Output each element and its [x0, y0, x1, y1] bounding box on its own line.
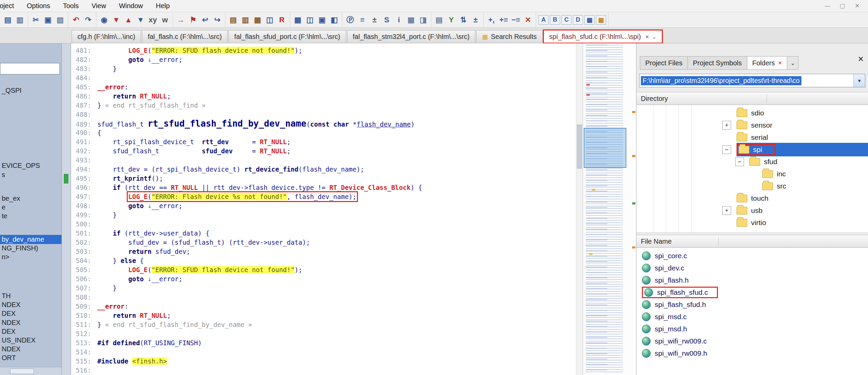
- close-icon[interactable]: ✕: [850, 1, 865, 11]
- style-c-icon[interactable]: C: [561, 15, 572, 25]
- tree-row-virtio[interactable]: virtio: [636, 217, 868, 229]
- file-tab-cfg.h[interactable]: cfg.h (F:\hlm\...\inc): [72, 30, 141, 43]
- file-row-spi_core.c[interactable]: spi_core.c: [636, 250, 868, 262]
- minimap-viewport[interactable]: [584, 128, 626, 168]
- symbol-item[interactable]: be_ex: [0, 194, 62, 203]
- tree-row-sdio[interactable]: sdio: [636, 107, 868, 119]
- play-icon[interactable]: Ⓟ: [344, 14, 356, 26]
- copy-icon[interactable]: ▣: [42, 14, 54, 26]
- tree-row-usb[interactable]: +usb: [636, 204, 868, 217]
- call-tree-icon[interactable]: Y: [445, 14, 457, 26]
- properties-icon[interactable]: ◨: [417, 14, 429, 26]
- symbol-item[interactable]: s: [0, 170, 62, 179]
- file-tab-spi_flash_sfud.c[interactable]: spi_flash_sfud.c (F:\hlm\...\spi)×⌄: [544, 30, 662, 43]
- paste-icon[interactable]: ▨: [54, 14, 66, 26]
- whole-word-icon[interactable]: w: [159, 14, 171, 26]
- menu-window[interactable]: Window: [113, 2, 149, 10]
- symbol-item[interactable]: _QSPI: [0, 86, 62, 95]
- file-tab-fal_flash_stm32l4_port.c[interactable]: fal_flash_stm32l4_port.c (F:\hlm\...\src…: [347, 30, 476, 43]
- export-icon[interactable]: ▦: [596, 15, 606, 25]
- panel-tabs-chevron-icon[interactable]: ⌄: [787, 56, 798, 70]
- menu-view[interactable]: View: [85, 2, 113, 10]
- clipboard-icon[interactable]: ▤: [433, 14, 445, 26]
- file-row-spi_flash.h[interactable]: spi_flash.h: [636, 274, 868, 286]
- source-icon[interactable]: S: [381, 14, 393, 26]
- file-tab-fal_flash.c[interactable]: fal_flash.c (F:\hlm\...\src): [142, 30, 227, 43]
- editor-vscrollbar[interactable]: [576, 43, 583, 375]
- code-editor[interactable]: 481: LOG_E("ERROR: SFUD flash device not…: [71, 43, 576, 375]
- add-row-icon[interactable]: +≡: [498, 14, 510, 26]
- path-combobox[interactable]: F:\hlm\iar_pro\stm32l496\project_pdltest…: [639, 74, 865, 87]
- bookmark-icon[interactable]: ⚑: [187, 14, 199, 26]
- redo-icon[interactable]: ↷: [82, 14, 94, 26]
- tree-row-sfud[interactable]: −sfud: [636, 156, 868, 168]
- expand-icon[interactable]: +: [722, 121, 731, 130]
- symbol-item[interactable]: te: [0, 212, 62, 221]
- scrollbar-thumb[interactable]: [577, 125, 582, 169]
- remove-row-icon[interactable]: −≡: [510, 14, 522, 26]
- symbol-item[interactable]: n>: [0, 252, 62, 262]
- panel-tab-project-files[interactable]: Project Files: [640, 56, 688, 70]
- file-tab-fal_flash_sfud_port.c[interactable]: fal_flash_sfud_port.c (F:\hlm\...\src): [228, 30, 346, 43]
- symbol-item[interactable]: US_INDEX: [0, 336, 62, 345]
- cascade-icon[interactable]: ▣: [316, 14, 328, 26]
- symbol-item[interactable]: NDEX: [0, 300, 62, 309]
- table-icon[interactable]: ▦: [584, 15, 595, 25]
- panel-close-icon[interactable]: ✕: [858, 55, 864, 64]
- find-next-icon[interactable]: ▲: [122, 14, 135, 26]
- references-icon[interactable]: ▦: [251, 14, 264, 26]
- replace-icon[interactable]: xy: [147, 14, 159, 26]
- info-icon[interactable]: i: [393, 14, 405, 26]
- menu-help[interactable]: Help: [149, 2, 176, 10]
- r-logo-icon[interactable]: R: [276, 14, 288, 26]
- symbol-item[interactable]: TH: [0, 291, 62, 301]
- symbol-item[interactable]: ORT: [0, 353, 62, 362]
- calendar-icon[interactable]: ▦: [405, 14, 417, 26]
- go-back-icon[interactable]: ↩: [199, 14, 211, 26]
- tree-row-inc[interactable]: inc: [636, 168, 868, 180]
- panel-splitter[interactable]: [62, 43, 71, 375]
- symbol-item[interactable]: by_dev_name: [0, 235, 62, 244]
- minimap[interactable]: [583, 43, 636, 375]
- symbol-item[interactable]: EVICE_OPS: [0, 161, 62, 170]
- symbol-item[interactable]: e: [0, 203, 62, 212]
- menu-project[interactable]: Project: [0, 2, 20, 10]
- expand-icon[interactable]: +: [722, 206, 731, 215]
- tile-horizontal-icon[interactable]: ▦: [292, 14, 304, 26]
- combobox-dropdown-icon[interactable]: ▾: [853, 74, 865, 87]
- find-prev-icon[interactable]: ▼: [110, 14, 122, 26]
- delete-table-icon[interactable]: ✕: [522, 14, 534, 26]
- tab-dropdown-icon[interactable]: ⌄: [652, 34, 656, 40]
- go-forward-icon[interactable]: ↪: [211, 14, 223, 26]
- project-window-icon[interactable]: ▤: [227, 14, 239, 26]
- tree-row-spi[interactable]: −spi: [636, 144, 868, 156]
- file-row-spi_wifi_rw009.h[interactable]: spi_wifi_rw009.h: [636, 347, 868, 359]
- panel-tab-project-symbols[interactable]: Project Symbols: [688, 56, 747, 70]
- file-row-spi_flash_sfud.c[interactable]: spi_flash_sfud.c: [636, 286, 868, 299]
- sort-icon[interactable]: ⇅: [457, 14, 469, 26]
- add-item-icon[interactable]: +,: [485, 14, 498, 26]
- file-icon[interactable]: ▤: [2, 14, 14, 26]
- file-tab-Search[interactable]: ▦Search Results: [476, 30, 542, 43]
- split-window-icon[interactable]: ◧: [328, 14, 340, 26]
- menu-options[interactable]: Options: [20, 2, 56, 10]
- collapse-icon[interactable]: −: [735, 157, 744, 166]
- library-icon[interactable]: ▥: [239, 14, 251, 26]
- symbol-item[interactable]: NG_FINSH): [0, 244, 62, 253]
- tab-close-icon[interactable]: ×: [644, 33, 649, 41]
- cut-icon[interactable]: ✂: [30, 14, 42, 26]
- symbol-item[interactable]: NDEX: [0, 318, 62, 327]
- symbol-panel-hscrollbar[interactable]: [0, 367, 62, 375]
- scrollbar-thumb[interactable]: [10, 369, 34, 374]
- tree-row-src[interactable]: src: [636, 180, 868, 192]
- relation-window-icon[interactable]: ◫: [264, 14, 276, 26]
- panel-tab-folders[interactable]: Folders×: [747, 56, 788, 70]
- tile-vertical-icon[interactable]: ◫: [304, 14, 316, 26]
- print-icon[interactable]: ▥: [14, 14, 26, 26]
- search-files-icon[interactable]: ▼: [135, 14, 147, 26]
- file-row-spi_dev.c[interactable]: spi_dev.c: [636, 262, 868, 274]
- filter-icon[interactable]: ±: [469, 14, 482, 26]
- tree-row-touch[interactable]: touch: [636, 192, 868, 204]
- menu-tools[interactable]: Tools: [56, 2, 85, 10]
- find-icon[interactable]: ◉: [98, 14, 110, 26]
